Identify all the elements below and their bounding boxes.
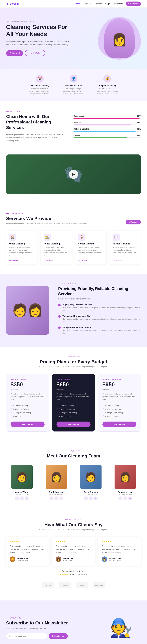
skill-skilled: Skilled & Capable 92%: [74, 128, 141, 132]
team-name-3: Samantha Lee: [109, 491, 141, 493]
pricing-feature-0-1: 2 Bedrooms Cleaning: [11, 407, 45, 411]
nav-services[interactable]: Services: [94, 2, 102, 5]
twitter-icon-3[interactable]: t: [123, 496, 127, 500]
learn-more-0[interactable]: Learn More: [9, 259, 18, 261]
pricing-description: Ut enim ad minim veniam, quis nostrud ex…: [6, 366, 141, 368]
logo[interactable]: ✦ Beresin: [6, 2, 19, 6]
services-description: Pellentesque ut neque. Pellentesque habi…: [6, 222, 88, 224]
pricing-card-basic: BASIC CLEANING $350 per month Pellentesq…: [6, 374, 49, 432]
team-grid: 🧑 James Wong Cleaning Specialist f t in …: [6, 465, 141, 500]
facebook-icon-2[interactable]: f: [84, 496, 88, 500]
author-role-2: Business Owner: [109, 560, 121, 561]
provide-item-title-1: Trained and Professional Staff: [62, 315, 141, 317]
newsletter-email-input[interactable]: [6, 633, 47, 639]
testimonial-card-2: ★★★★★ Proin pharetra nonummy pede. Mauri…: [98, 537, 141, 566]
nav-home[interactable]: Home: [75, 2, 80, 5]
provide-label: OUR SERVICES: [58, 283, 141, 285]
facebook-icon-3[interactable]: f: [118, 496, 122, 500]
video-play-button[interactable]: ▶: [69, 170, 78, 179]
provide-section: 🧑👩 OUR SERVICES Providing Friendly, Reli…: [0, 274, 147, 347]
team-social-3: f t in: [109, 496, 141, 500]
team-avatar-0: 🧑: [11, 465, 33, 489]
author-name-0: James Smith: [17, 557, 29, 560]
pricing-desc-1: Pellentesque constante a semper ut ad pr…: [57, 393, 90, 401]
team-role-2: Cleaning Specialist: [75, 493, 106, 495]
pricing-features-2: 120 Minute Cleaning 4 Bedrooms Cleaning …: [102, 404, 136, 418]
testimonial-author-1: 👩 Rachel Lee Home Owner: [56, 556, 91, 562]
hero-how-it-works-button[interactable]: How It Works?: [25, 50, 45, 56]
about-label: ABOUT US: [6, 110, 64, 112]
author-name-1: Rachel Lee: [63, 557, 73, 560]
brand-logo-3: logoipsum: [93, 582, 105, 588]
linkedin-icon-1[interactable]: in: [59, 496, 63, 500]
service-name-1: House Cleaning: [44, 242, 69, 245]
nav-page[interactable]: Page: [105, 2, 110, 5]
team-label: OUR TEAM: [6, 450, 141, 452]
pricing-feature-1-2: 3 Living Room Cleaning: [57, 411, 90, 414]
author-avatar-0: 😊: [10, 556, 15, 562]
skill-reliable: Reliable 86%: [74, 122, 141, 126]
pricing-tier-2: DELUXE CLEANING: [102, 378, 136, 380]
feature-title-2: Competitive Pricing: [95, 84, 119, 87]
nav-contact[interactable]: Contact Us: [113, 2, 123, 5]
team-role-1: Cleaning Specialist: [41, 493, 72, 495]
skill-value-flexible: 80%: [137, 134, 141, 136]
twitter-icon-2[interactable]: t: [89, 496, 93, 500]
skill-bar-flexible: [74, 137, 141, 138]
nav-cta-button[interactable]: Get Started: [126, 2, 141, 6]
feature-professional-staff: 👤 Professional Staff Pellentesque ut neq…: [61, 75, 86, 95]
provide-item-desc-1: Nam liquet ut lacinia id elementum non a…: [62, 318, 141, 323]
pricing-price-0: $350: [11, 381, 45, 388]
testimonial-section: TESTIMONIAL Hear What Our Clients Say Ut…: [0, 510, 147, 600]
newsletter-subscribe-button[interactable]: Subscribe Now: [49, 633, 68, 639]
navbar: ✦ Beresin Home About Us Services Page Co…: [0, 0, 147, 8]
testimonial-label: TESTIMONIAL: [6, 519, 141, 520]
testimonial-text-2: Proin pharetra nonummy pede. Mauris et o…: [102, 545, 137, 554]
stars-1: ★★★★★: [56, 540, 91, 543]
newsletter-image: 🧑‍🔧: [101, 610, 141, 644]
pricing-period-0: per month: [11, 388, 45, 390]
pricing-btn-0[interactable]: Get Started: [11, 422, 45, 427]
hero-get-started-button[interactable]: Get Started: [6, 50, 23, 56]
testimonial-grid: ★★★★★ Proin pharetra nonummy pede. Mauri…: [6, 537, 141, 566]
feature-title-1: Professional Staff: [61, 84, 86, 87]
pricing-feature-1-0: 90 Minute Cleaning: [57, 404, 90, 407]
nav-about[interactable]: About Us: [83, 2, 91, 5]
provide-dot-1: [58, 315, 61, 318]
linkedin-icon-0[interactable]: in: [25, 496, 29, 500]
facebook-icon-1[interactable]: f: [50, 496, 53, 500]
hero-description: Pellentesque ut neque. Pellentesque habi…: [6, 40, 70, 46]
pricing-feature-1-3: 7 Days Guarantee: [57, 414, 90, 418]
author-role-1: Home Owner: [63, 560, 73, 561]
pricing-price-1: $650: [57, 381, 90, 388]
twitter-icon-0[interactable]: t: [20, 496, 24, 500]
pricing-feature-2-1: 4 Bedrooms Cleaning: [102, 407, 136, 411]
pricing-btn-1[interactable]: Get Started: [57, 422, 90, 427]
newsletter-label: SUBSCRIBE: [6, 617, 68, 619]
pricing-feature-0-0: 60 Minute Cleaning: [11, 404, 45, 407]
pricing-feature-0-3: 7 Days Guarantee: [11, 414, 45, 418]
all-services-button[interactable]: All Services: [126, 220, 141, 224]
learn-more-3[interactable]: Learn More: [112, 259, 121, 261]
twitter-icon-1[interactable]: t: [54, 496, 58, 500]
feature-title-0: Flexible Scheduling: [28, 84, 52, 87]
facebook-icon-0[interactable]: f: [15, 496, 19, 500]
pricing-desc-2: Pellentesque constante a semper ut ad pr…: [102, 393, 136, 401]
services-section: OUR SERVICES Services We Provide Pellent…: [0, 203, 147, 274]
service-card-office: 🏠 Office Cleaning Ut wisi enim ad minim …: [6, 230, 38, 264]
pricing-card-deluxe: DELUXE CLEANING $950 per month Pellentes…: [98, 374, 141, 432]
learn-more-1[interactable]: Learn More: [44, 259, 53, 261]
learn-more-2[interactable]: Learn More: [78, 259, 87, 261]
hero-title: Cleaning Services For All Your Needs: [6, 24, 70, 38]
feature-flexible-scheduling: 📅 Flexible Scheduling Pellentesque ut ne…: [28, 75, 52, 95]
flexible-scheduling-icon: 📅: [36, 75, 44, 82]
linkedin-icon-2[interactable]: in: [94, 496, 98, 500]
team-role-3: Cleaning Specialist: [109, 493, 141, 495]
pricing-btn-2[interactable]: Get Started: [102, 422, 136, 427]
pricing-features-0: 60 Minute Cleaning 2 Bedrooms Cleaning 2…: [11, 404, 45, 418]
provide-title: Providing Friendly, Reliable Cleaning Se…: [58, 286, 141, 296]
brand-logo-1: PIONEER: [59, 582, 71, 588]
team-avatar-1: 👩: [46, 465, 67, 489]
linkedin-icon-3[interactable]: in: [128, 496, 132, 500]
author-avatar-2: 👨: [102, 556, 107, 562]
